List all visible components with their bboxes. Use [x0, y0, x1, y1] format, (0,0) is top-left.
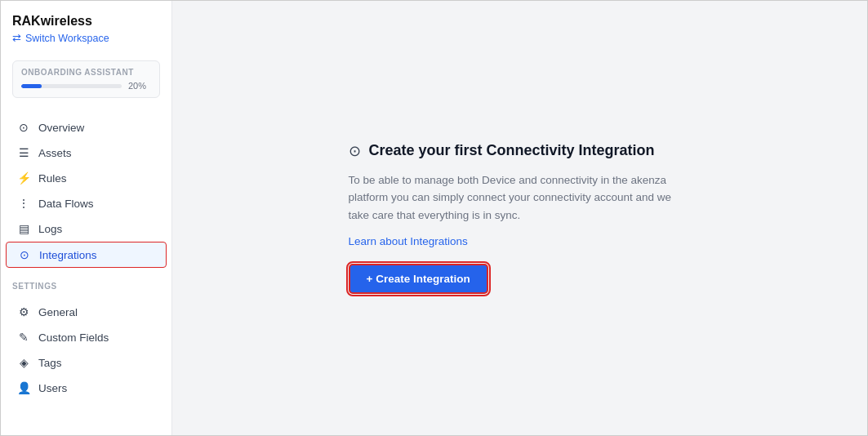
- custom-fields-icon: ✎: [17, 331, 30, 344]
- sidebar-item-logs[interactable]: ▤ Logs: [6, 216, 167, 241]
- onboarding-progress-row: 20%: [21, 81, 151, 91]
- sidebar-item-label: Logs: [38, 223, 62, 235]
- sidebar-item-label: General: [38, 306, 78, 318]
- tags-icon: ◈: [17, 356, 30, 369]
- progress-bar-background: [21, 84, 122, 88]
- settings-section-label: SETTINGS: [1, 274, 171, 294]
- sidebar-item-label: Rules: [38, 172, 67, 185]
- switch-workspace-label: Switch Workspace: [25, 33, 109, 44]
- onboarding-label: ONBOARDING ASSISTANT: [21, 68, 151, 77]
- dataflows-icon: ⋮: [17, 197, 30, 210]
- sidebar-item-users[interactable]: 👤 Users: [6, 376, 167, 400]
- users-icon: 👤: [17, 381, 30, 394]
- main-content: ⊙ Create your first Connectivity Integra…: [172, 1, 867, 435]
- sidebar-item-rules[interactable]: ⚡ Rules: [6, 166, 167, 190]
- rules-icon: ⚡: [17, 171, 30, 185]
- overview-icon: ⊙: [17, 121, 30, 134]
- onboarding-box: ONBOARDING ASSISTANT 20%: [12, 60, 160, 98]
- settings-nav: ⚙ General ✎ Custom Fields ◈ Tags 👤 Users: [1, 294, 171, 406]
- progress-percent: 20%: [128, 81, 151, 91]
- sidebar: RAKwireless ⇄ Switch Workspace ONBOARDIN…: [1, 1, 172, 435]
- create-integration-button[interactable]: + Create Integration: [349, 264, 488, 294]
- learn-about-integrations-link[interactable]: Learn about Integrations: [349, 235, 692, 247]
- integration-empty-state-card: ⊙ Create your first Connectivity Integra…: [332, 109, 708, 327]
- general-icon: ⚙: [17, 305, 30, 318]
- assets-icon: ☰: [17, 146, 30, 159]
- sidebar-item-assets[interactable]: ☰ Assets: [6, 140, 167, 165]
- sidebar-item-label: Assets: [38, 147, 72, 159]
- switch-icon: ⇄: [12, 32, 21, 44]
- switch-workspace-button[interactable]: ⇄ Switch Workspace: [12, 32, 160, 44]
- main-nav: ⊙ Overview ☰ Assets ⚡ Rules ⋮ Data Flows…: [1, 109, 171, 274]
- connectivity-icon: ⊙: [349, 142, 361, 160]
- sidebar-item-general[interactable]: ⚙ General: [6, 300, 167, 324]
- progress-bar-fill: [21, 84, 42, 88]
- sidebar-item-label: Integrations: [39, 249, 97, 261]
- logs-icon: ▤: [17, 222, 30, 235]
- sidebar-item-label: Data Flows: [38, 198, 94, 210]
- card-description: To be able to manage both Device and con…: [349, 171, 692, 225]
- sidebar-item-custom-fields[interactable]: ✎ Custom Fields: [6, 325, 167, 349]
- sidebar-item-label: Tags: [38, 357, 62, 369]
- card-title: Create your first Connectivity Integrati…: [369, 142, 655, 159]
- card-title-row: ⊙ Create your first Connectivity Integra…: [349, 142, 692, 160]
- sidebar-item-dataflows[interactable]: ⋮ Data Flows: [6, 191, 167, 216]
- sidebar-item-label: Overview: [38, 122, 84, 134]
- sidebar-item-tags[interactable]: ◈ Tags: [6, 350, 167, 375]
- sidebar-item-label: Users: [38, 382, 67, 394]
- brand-name: RAKwireless: [12, 14, 160, 29]
- sidebar-item-overview[interactable]: ⊙ Overview: [6, 115, 167, 140]
- sidebar-item-label: Custom Fields: [38, 331, 109, 344]
- sidebar-header: RAKwireless ⇄ Switch Workspace: [1, 1, 171, 52]
- sidebar-item-integrations[interactable]: ⊙ Integrations: [6, 242, 167, 268]
- integrations-icon: ⊙: [18, 248, 31, 261]
